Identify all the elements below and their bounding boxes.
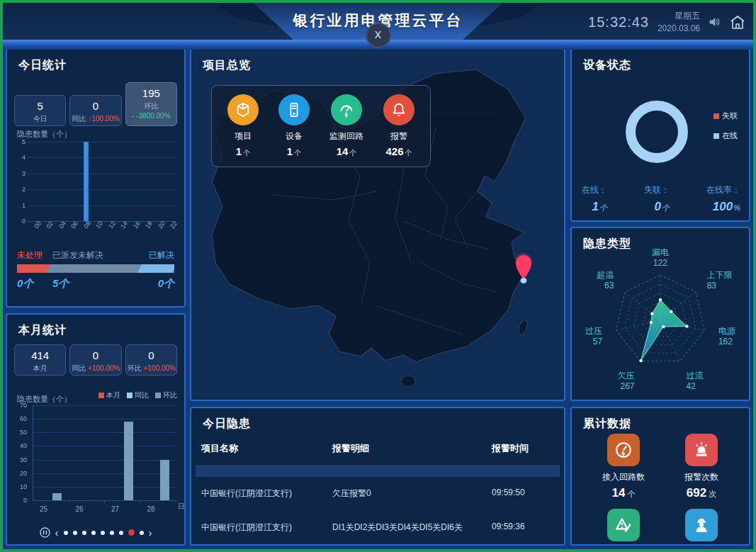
panel-device-status: 设备状态 失联在线 在线：1个失联：0个在线率：100% — [570, 48, 750, 222]
device-stat-在线: 在线：1个 — [582, 184, 607, 214]
month-card-本月: 414本月 — [14, 344, 66, 376]
pager-dot-4[interactable] — [91, 531, 96, 535]
weekday-label: 星期五 — [675, 9, 700, 22]
device-icon — [278, 94, 310, 125]
month-card-同比: 0同比 +100.00% — [69, 344, 121, 376]
pager-next[interactable]: › — [149, 527, 152, 538]
bell-icon — [383, 94, 414, 125]
panel-title: 项目总览 — [203, 58, 251, 73]
radar-axis-label: 电源 — [718, 326, 735, 336]
legend-item-在线: 在线 — [713, 130, 738, 141]
pager-dot-6[interactable] — [110, 531, 114, 535]
bar-day-25 — [52, 493, 62, 500]
fix-hazard-icon — [607, 509, 640, 541]
radar-axis-label: 过压 — [585, 326, 602, 336]
donut-legend: 失联在线 — [713, 111, 738, 141]
panel-title: 今日隐患 — [203, 417, 251, 432]
date-label: 2020.03.06 — [658, 22, 700, 35]
hazard-radar-chart: 漏电122上下限83电源162过流42欠压267过压57超温63 — [572, 237, 749, 400]
gauge-icon — [331, 94, 362, 125]
radar-axis-label: 欠压 — [618, 371, 635, 381]
speaker-icon[interactable] — [709, 16, 721, 28]
cumulative-item-接入回路数: 接入回路数14个 — [585, 434, 662, 500]
radar-axis-label: 超温 — [597, 270, 614, 280]
pager-dot-9[interactable] — [140, 531, 144, 535]
radar-axis-value: 122 — [653, 258, 667, 268]
pager-dot-1[interactable] — [64, 531, 68, 535]
home-icon[interactable] — [729, 14, 746, 30]
device-stat-在线率: 在线率：100% — [706, 184, 740, 214]
radar-axis-label: 过流 — [686, 371, 703, 381]
cell-alarm-time: 09:59:36 — [492, 522, 554, 534]
status-label-已解决: 已解决 — [149, 249, 174, 261]
bar-hour-9 — [84, 142, 89, 221]
status-count-已派发未解决: 5个 — [52, 277, 69, 291]
month-daily-bar-chart: 01020304050607025262728日 — [14, 405, 183, 520]
today-card-今日: 5今日 — [14, 95, 66, 126]
table-row[interactable]: 中国银行(江阴澄江支行)欠压报警009:59:50 — [201, 488, 554, 500]
legend-item-失联: 失联 — [713, 111, 738, 121]
device-donut-chart — [626, 101, 688, 163]
radar-axis-value: 42 — [686, 381, 696, 391]
radar-axis-value: 63 — [604, 281, 614, 291]
status-label-已派发未解决: 已派发未解决 — [52, 249, 103, 261]
status-legend: 未处理已派发未解决已解决 — [17, 249, 174, 261]
overview-stat-设备: 设备1个 — [278, 94, 310, 158]
siren-icon — [685, 434, 718, 466]
close-button[interactable]: X — [366, 23, 391, 48]
pause-button[interactable] — [40, 527, 50, 538]
x-axis-unit: 日 — [178, 502, 185, 512]
pager-dot-8[interactable] — [128, 529, 135, 536]
radar-axis-value: 57 — [593, 337, 603, 347]
panel-project-overview: 项目总览 项目1个设备1个监测回路14个报警426个 — [190, 48, 565, 401]
map-pin[interactable] — [509, 251, 538, 286]
status-label-未处理: 未处理 — [17, 249, 43, 261]
device-stats-row: 在线：1个失联：0个在线率：100% — [582, 184, 740, 214]
cell-alarm-detail: DI1关DI2关DI3关DI4关DI5关DI6关 — [332, 522, 492, 534]
today-stat-cards: 5今日0同比 ↑100.00%195环比- -3800.00% — [14, 82, 177, 126]
column-header-报警明细: 报警明细 — [332, 442, 492, 455]
radar-axis-label: 上下限 — [707, 270, 733, 280]
status-count-已解决: 0个 — [158, 277, 174, 291]
overview-summary-card: 项目1个设备1个监测回路14个报警426个 — [211, 85, 431, 167]
status-counts: 0个5个0个 — [17, 277, 174, 288]
panel-title: 本月统计 — [18, 323, 67, 338]
pager-dot-7[interactable] — [119, 531, 123, 535]
cumulative-item-解决隐患: 解决隐患 — [585, 509, 662, 546]
panel-today-stats: 今日统计 5今日0同比 ↑100.00%195环比- -3800.00% 隐患数… — [6, 48, 186, 308]
panel-month-stats: 本月统计 414本月0同比 +100.00%0环比 +100.00% 本月同比环… — [6, 313, 186, 546]
radar-axis-value: 162 — [718, 337, 733, 347]
legend-item-本月: 本月 — [98, 390, 120, 400]
cube-icon — [227, 94, 259, 125]
panel-cumulative-data: 累计数据接入回路数14个报警次数692次解决隐患巡检次数 — [570, 407, 750, 546]
table-header: 项目名称报警明细报警时间 — [201, 442, 554, 455]
cell-project-name: 中国银行(江阴澄江支行) — [201, 488, 332, 500]
inspector-icon — [685, 509, 718, 541]
panel-title: 累计数据 — [583, 417, 631, 432]
pager-dot-5[interactable] — [101, 531, 105, 535]
pager-dot-3[interactable] — [82, 531, 86, 535]
table-highlight-stripe — [196, 465, 560, 477]
pager-dot-2[interactable] — [73, 531, 77, 535]
month-card-环比: 0环比 +100.00% — [125, 344, 177, 376]
panel-today-hazards: 今日隐患 项目名称报警明细报警时间 中国银行(江阴澄江支行)欠压报警009:59… — [190, 407, 565, 546]
radar-axis-value: 267 — [621, 381, 635, 391]
table-row[interactable]: 中国银行(江阴澄江支行)DI1关DI2关DI3关DI4关DI5关DI6关09:5… — [201, 522, 554, 534]
today-card-同比: 0同比 ↑100.00% — [69, 95, 121, 126]
legend-item-同比: 同比 — [127, 390, 149, 400]
panel-hazard-types: 隐患类型 漏电122上下限83电源162过流42欠压267过压57超温63 — [570, 227, 750, 401]
cell-alarm-detail: 欠压报警0 — [332, 488, 492, 500]
pager-prev[interactable]: ‹ — [55, 527, 59, 538]
month-stat-cards: 414本月0同比 +100.00%0环比 +100.00% — [14, 344, 177, 376]
cell-alarm-time: 09:59:50 — [492, 488, 554, 500]
month-chart-legend: 本月同比环比 — [98, 390, 177, 400]
overview-stat-监测回路: 监测回路14个 — [329, 94, 363, 158]
device-stat-失联: 失联：0个 — [644, 184, 670, 214]
chart-pager: ‹› — [7, 527, 184, 538]
cell-project-name: 中国银行(江阴澄江支行) — [201, 522, 332, 534]
clock-time: 15:32:43 — [588, 14, 649, 30]
cumulative-item-报警次数: 报警次数692次 — [662, 434, 740, 500]
radar-axis-value: 83 — [707, 281, 717, 291]
app-root: 银行业用电管理云平台 15:32:43 星期五 2020.03.06 X 今日统… — [0, 0, 756, 552]
overview-stat-项目: 项目1个 — [227, 94, 259, 158]
